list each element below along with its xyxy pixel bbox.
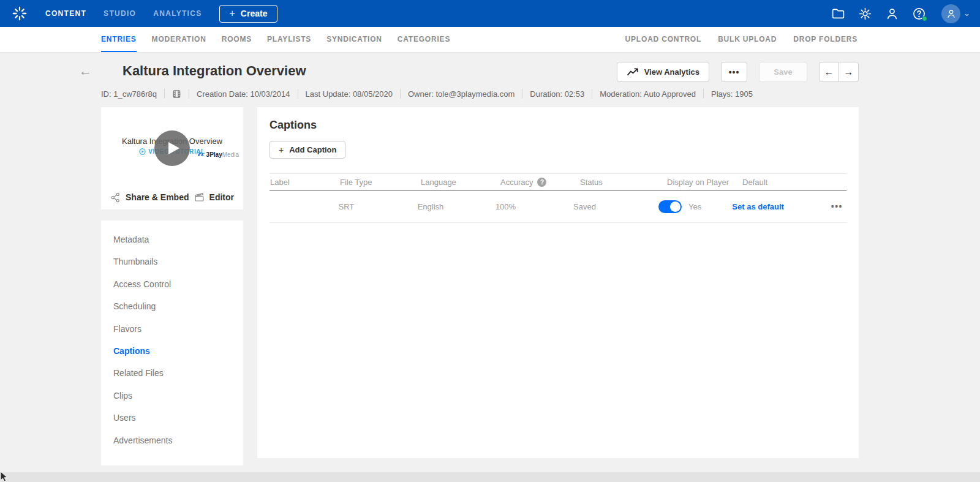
menu-item-scheduling[interactable]: Scheduling xyxy=(101,295,243,317)
content-subnav: ENTRIES MODERATION ROOMS PLAYLISTS SYNDI… xyxy=(0,27,980,53)
media-type-film-icon xyxy=(164,89,181,99)
column-language: Language xyxy=(421,178,500,187)
plays-count: Plays: 1905 xyxy=(703,89,753,99)
settings-gear-icon[interactable] xyxy=(858,7,872,21)
play-button-overlay[interactable] xyxy=(154,130,190,166)
view-analytics-label: View Analytics xyxy=(644,67,699,77)
topnav-analytics[interactable]: ANALYTICS xyxy=(153,9,202,18)
topbar-nav: CONTENT STUDIO ANALYTICS xyxy=(28,9,202,18)
caption-row: SRT English 100% Saved Yes Set as defaul… xyxy=(270,190,846,223)
accuracy-help-icon[interactable]: ? xyxy=(537,178,546,187)
brand-light-text: Media xyxy=(222,151,239,158)
video-preview-card: Kaltura Integration Overview VIDEO TUTOR… xyxy=(101,107,243,209)
create-button[interactable]: + Create xyxy=(219,5,278,23)
view-analytics-button[interactable]: View Analytics xyxy=(617,62,709,82)
create-button-label: Create xyxy=(241,9,268,18)
video-thumbnail[interactable]: Kaltura Integration Overview VIDEO TUTOR… xyxy=(101,107,243,184)
mouse-cursor xyxy=(0,471,8,482)
tab-upload-control[interactable]: UPLOAD CONTROL xyxy=(625,27,702,52)
menu-item-clips[interactable]: Clips xyxy=(101,385,243,407)
save-button[interactable]: Save xyxy=(759,62,807,82)
back-arrow-button[interactable]: ← xyxy=(79,65,92,77)
captions-title: Captions xyxy=(270,107,846,132)
folder-icon[interactable] xyxy=(831,7,845,21)
entry-meta-row: ID: 1_cw786r8q Creation Date: 10/03/2014… xyxy=(101,89,753,99)
help-status-badge xyxy=(922,16,927,21)
captions-panel: Captions + Add Caption Label File Type L… xyxy=(257,107,859,458)
share-embed-label: Share & Embed xyxy=(126,192,189,202)
caption-status-cell: Saved xyxy=(573,202,658,211)
share-embed-button[interactable]: Share & Embed xyxy=(110,192,189,203)
captions-table: Label File Type Language Accuracy ? Stat… xyxy=(270,173,846,223)
window-bottom-strip xyxy=(0,472,980,482)
threeplaymedia-logo: 3PlayMedia xyxy=(197,151,239,158)
entry-id: ID: 1_cw786r8q xyxy=(101,89,157,99)
tab-entries[interactable]: ENTRIES xyxy=(101,27,137,52)
page-title: Kaltura Integration Overview xyxy=(123,63,306,79)
tab-categories[interactable]: CATEGORIES xyxy=(398,27,450,52)
owner: Owner: tole@3playmedia.com xyxy=(400,89,514,99)
menu-item-captions[interactable]: Captions xyxy=(101,340,243,362)
column-display-on-player: Display on Player xyxy=(667,178,742,187)
plus-icon: + xyxy=(279,145,284,155)
play-triangle-icon xyxy=(168,141,180,155)
caption-language-cell: English xyxy=(418,202,496,211)
next-entry-button[interactable]: → xyxy=(839,62,859,82)
tab-rooms[interactable]: ROOMS xyxy=(222,27,252,52)
display-on-player-toggle[interactable] xyxy=(658,200,682,213)
set-as-default-link[interactable]: Set as default xyxy=(732,202,784,211)
toggle-knob xyxy=(670,201,680,212)
caption-accuracy-cell: 100% xyxy=(496,202,573,211)
caption-file-type-cell: SRT xyxy=(339,202,418,211)
tab-bulk-upload[interactable]: BULK UPLOAD xyxy=(718,27,777,52)
row-more-actions-button[interactable]: ••• xyxy=(831,201,843,211)
accuracy-header-label: Accuracy xyxy=(500,178,533,187)
tab-syndication[interactable]: SYNDICATION xyxy=(326,27,382,52)
preview-actions: Share & Embed Editor xyxy=(101,185,243,209)
topbar: CONTENT STUDIO ANALYTICS + Create xyxy=(0,0,980,27)
menu-item-flavors[interactable]: Flavors xyxy=(101,318,243,340)
add-caption-button[interactable]: + Add Caption xyxy=(270,141,345,159)
last-update: Last Update: 08/05/2020 xyxy=(298,89,393,99)
topnav-content[interactable]: CONTENT xyxy=(45,9,86,18)
menu-item-thumbnails[interactable]: Thumbnails xyxy=(101,250,243,273)
user-icon[interactable] xyxy=(885,7,899,21)
menu-item-metadata[interactable]: Metadata xyxy=(101,228,243,250)
menu-item-access-control[interactable]: Access Control xyxy=(101,273,243,295)
add-caption-label: Add Caption xyxy=(289,145,336,154)
subnav-left: ENTRIES MODERATION ROOMS PLAYLISTS SYNDI… xyxy=(101,27,450,52)
creation-date: Creation Date: 10/03/2014 xyxy=(189,89,290,99)
menu-item-related-files[interactable]: Related Files xyxy=(101,362,243,384)
tab-playlists[interactable]: PLAYLISTS xyxy=(267,27,311,52)
captions-table-header: Label File Type Language Accuracy ? Stat… xyxy=(270,173,846,190)
menu-item-users[interactable]: Users xyxy=(101,407,243,429)
entry-pagination: ← → xyxy=(819,62,859,82)
account-menu[interactable]: ⌄ xyxy=(941,4,970,23)
topnav-studio[interactable]: STUDIO xyxy=(104,9,136,18)
moderation-status: Moderation: Auto Approved xyxy=(592,89,696,99)
editor-label: Editor xyxy=(209,192,234,202)
entry-section-menu: Metadata Thumbnails Access Control Sched… xyxy=(101,220,243,465)
column-label: Label xyxy=(270,178,340,187)
column-file-type: File Type xyxy=(340,178,421,187)
tab-moderation[interactable]: MODERATION xyxy=(152,27,206,52)
menu-item-advertisements[interactable]: Advertisements xyxy=(101,429,243,451)
topbar-icons: ⌄ xyxy=(831,4,970,23)
column-status: Status xyxy=(580,178,667,187)
tab-drop-folders[interactable]: DROP FOLDERS xyxy=(793,27,858,52)
kaltura-logo-icon[interactable] xyxy=(11,5,28,22)
display-on-player-value: Yes xyxy=(688,202,701,211)
editor-clapperboard-icon xyxy=(194,192,205,203)
subnav-right: UPLOAD CONTROL BULK UPLOAD DROP FOLDERS xyxy=(625,27,858,52)
share-icon xyxy=(110,192,121,203)
help-icon[interactable] xyxy=(912,7,926,21)
plus-icon: + xyxy=(230,9,235,18)
more-actions-button[interactable]: ••• xyxy=(721,62,747,82)
editor-button[interactable]: Editor xyxy=(194,192,234,203)
previous-entry-button[interactable]: ← xyxy=(819,62,839,82)
play-circle-icon xyxy=(139,148,146,155)
column-default: Default xyxy=(742,178,843,187)
header-actions: View Analytics ••• Save ← → xyxy=(617,62,859,82)
duration: Duration: 02:53 xyxy=(522,89,584,99)
chevron-down-icon: ⌄ xyxy=(963,10,970,17)
